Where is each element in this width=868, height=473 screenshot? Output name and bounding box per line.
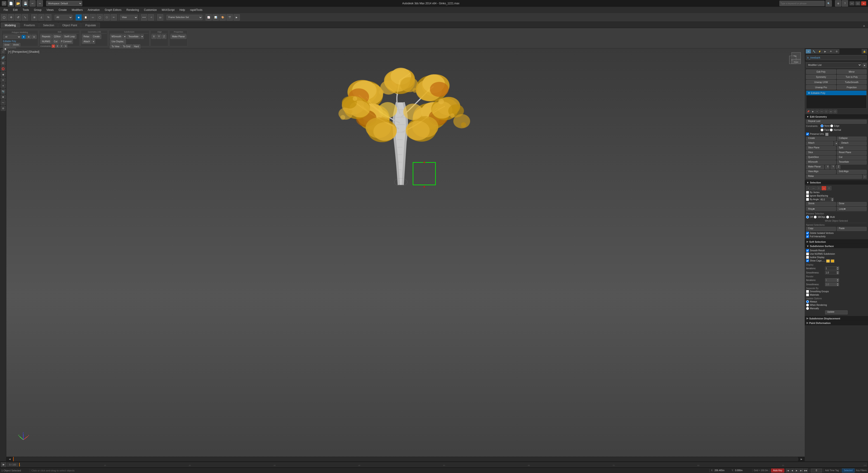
select-filter[interactable]: ◼ — [75, 14, 82, 21]
menu-customize[interactable]: Customize — [142, 8, 159, 12]
to-view-btn[interactable]: To View — [110, 45, 121, 49]
material-editor[interactable]: 🎨 — [219, 14, 226, 21]
preview-sbobjs[interactable]: SBObjs — [814, 215, 825, 218]
redo[interactable]: ↪ — [37, 0, 43, 6]
rp-tab-display[interactable]: 👁 — [828, 49, 834, 54]
menu-rapidtools[interactable]: rapidTools — [188, 8, 205, 12]
cut-btn[interactable]: Cut — [52, 39, 59, 44]
relax-geom-btn[interactable]: Relax — [806, 175, 862, 179]
use-nurms-check[interactable]: Use NURMS Subdivision — [806, 253, 867, 256]
relax-btn[interactable]: Relax — [82, 34, 91, 39]
relax-options[interactable]: □ — [863, 175, 867, 179]
ls-geo[interactable]: ◆ — [1, 72, 6, 77]
mirror-btn-panel[interactable]: Mirror — [837, 69, 867, 74]
quick-access-open[interactable]: 📂 — [15, 0, 21, 6]
render-setup[interactable]: 🎬 — [226, 14, 233, 21]
frame-display[interactable]: 0 / 100 — [7, 463, 18, 467]
constraint-normal[interactable]: Normal — [830, 128, 841, 131]
quick-access-new[interactable]: 📄 — [8, 0, 14, 6]
selection-type[interactable]: Frame Selection Set — [166, 15, 203, 20]
show-cage-check[interactable]: Show Cage...... — [806, 259, 825, 262]
menu-edit[interactable]: Edit — [11, 8, 20, 12]
menu-modifiers[interactable]: Modifiers — [69, 8, 85, 12]
viewport-area[interactable]: [+] [Perspective] [Shaded] Top L Front — [6, 49, 805, 461]
by-vertex-check[interactable]: By Vertex — [806, 191, 867, 194]
use-displac-btn[interactable]: Use Displac. — [110, 39, 126, 44]
angle-down[interactable]: ▼ — [831, 200, 834, 201]
unwrap-uvw-btn[interactable]: Unwrap UVW — [806, 80, 836, 84]
collapse-btn[interactable]: Collapse — [837, 137, 867, 141]
cage-color1[interactable] — [826, 260, 830, 263]
key-prev[interactable]: ◀ — [790, 469, 794, 473]
sel-edge[interactable]: — — [811, 186, 816, 190]
attach-options[interactable]: ▼ — [92, 39, 95, 44]
maximize-btn[interactable]: □ — [855, 1, 860, 5]
sel-vertex[interactable]: • — [806, 186, 811, 190]
quick-access-save[interactable]: 💾 — [22, 0, 29, 6]
make-planar-btn[interactable]: Make Planar — [806, 165, 824, 169]
stack-poly[interactable]: ▭ — [829, 110, 833, 114]
search-btn[interactable]: 🔍 — [826, 0, 832, 6]
menu-help[interactable]: Help — [177, 8, 187, 12]
menu-views[interactable]: Views — [44, 8, 56, 12]
constraint-edge[interactable]: Edge — [830, 124, 839, 127]
tessellate-btn[interactable]: Tessellate — [127, 34, 140, 39]
ls-spacewarps[interactable]: 〜 — [1, 100, 6, 105]
render-iter-input[interactable] — [825, 278, 836, 282]
subdiv-displacement-header[interactable]: ▶ Subdivision Displacement — [805, 316, 868, 321]
tab-object-paint[interactable]: Object Paint — [59, 23, 81, 28]
msmooth-rp-btn[interactable]: MSmooth — [806, 160, 836, 165]
move-tool[interactable]: ✛ — [8, 14, 14, 21]
full-interactivity-check[interactable]: Full Interactivity — [806, 235, 867, 238]
poly-shrink[interactable]: Shrink — [11, 43, 21, 47]
paint-deformation-header[interactable]: ▶ Paint Deformation — [805, 321, 868, 325]
isoline-display-check[interactable]: Isoline Display — [806, 256, 867, 259]
symmetry-btn[interactable]: Symmetry — [806, 75, 836, 79]
tab-populate[interactable]: Populate — [81, 23, 100, 28]
select-tool[interactable]: ⬡ — [1, 14, 7, 21]
update-btn[interactable]: Update — [825, 311, 848, 315]
angle-input[interactable] — [819, 198, 831, 201]
create-btn[interactable]: Create — [91, 34, 101, 39]
create-geom-btn[interactable]: Create — [806, 137, 836, 141]
ls-cameras[interactable]: 📷 — [1, 89, 6, 94]
undo[interactable]: ↩ — [29, 0, 36, 6]
when-rendering-radio[interactable]: When Rendering — [806, 303, 867, 306]
stack-vertex[interactable]: • — [815, 110, 819, 114]
rp-tab-hierarchy[interactable]: ⚡ — [817, 49, 822, 54]
manually-radio[interactable]: Manually — [806, 307, 867, 310]
detach-btn[interactable]: Detach — [839, 141, 867, 145]
constraint-none[interactable]: None — [820, 124, 830, 127]
render-iter-down[interactable]: ▼ — [836, 280, 839, 282]
nav-cube[interactable]: Top L Front — [787, 50, 803, 66]
editable-poly-btn[interactable]: ■ — [22, 35, 26, 39]
tab-freeform[interactable]: Freeform — [20, 23, 39, 28]
schematic-view[interactable]: 📊 — [213, 14, 219, 21]
stack-shapes[interactable]: ◆ — [811, 110, 815, 114]
help-icon[interactable]: ? — [842, 0, 848, 6]
stack-pin[interactable]: 📌 — [806, 110, 810, 114]
menu-file[interactable]: File — [1, 8, 10, 12]
settings-icon[interactable]: ⚙ — [835, 0, 841, 6]
preview-off[interactable]: Off — [806, 215, 813, 218]
swift-loop-btn[interactable]: Swift Loop — [63, 34, 76, 39]
minimize-btn[interactable]: ─ — [849, 1, 855, 5]
msmooth-dropdown[interactable]: ▼ — [123, 34, 126, 39]
rp-tab-motion[interactable]: ▶ — [823, 49, 828, 54]
tessellate-dropdown[interactable]: ▼ — [141, 34, 144, 39]
key-next[interactable]: ▶| — [799, 469, 803, 473]
repeat-last-btn[interactable]: Repeat Last — [806, 120, 867, 124]
selection-header[interactable]: ▼ Selection — [805, 180, 868, 185]
copy-sel-btn[interactable]: Copy — [806, 227, 836, 231]
smooth-result-check[interactable]: Smooth Result — [806, 249, 867, 252]
modifier-expand[interactable]: ▼ — [863, 63, 867, 68]
key-start[interactable]: |◀ — [786, 469, 790, 473]
view-align-btn[interactable]: View Align — [806, 170, 836, 174]
align-y[interactable]: Y — [157, 34, 161, 39]
split-btn[interactable]: Split — [837, 146, 867, 150]
close-btn[interactable]: ✕ — [861, 1, 866, 5]
fence-select[interactable]: ⬠ — [103, 14, 110, 21]
viewport-dropdown[interactable]: View — [120, 15, 138, 20]
rect-select[interactable]: ▭ — [90, 14, 96, 21]
planar-y-btn[interactable]: Y — [831, 165, 835, 169]
